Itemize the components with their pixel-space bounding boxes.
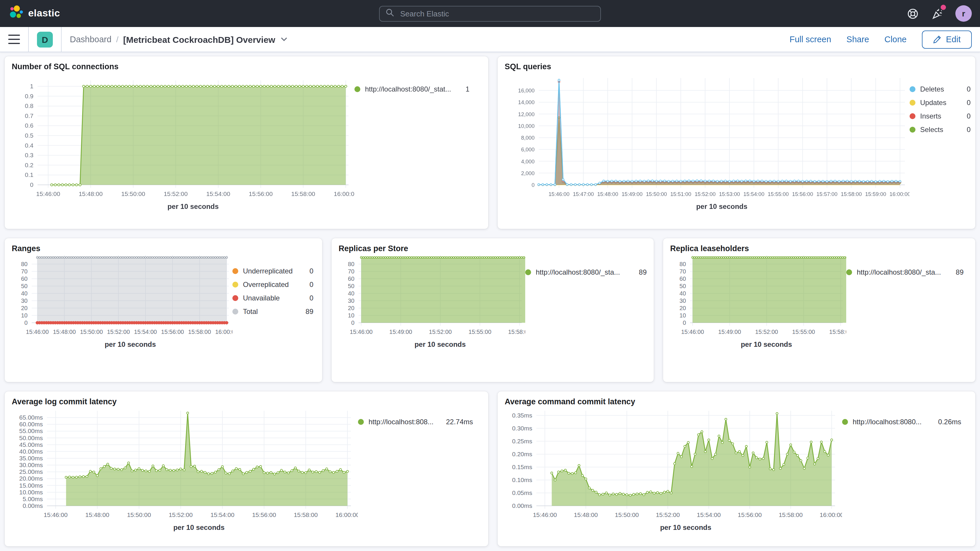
- svg-text:45.00ms: 45.00ms: [19, 441, 43, 448]
- share-button[interactable]: Share: [846, 35, 869, 44]
- svg-text:0.5: 0.5: [25, 132, 33, 139]
- clone-button[interactable]: Clone: [885, 35, 907, 44]
- svg-text:15:58:00: 15:58:00: [508, 329, 525, 335]
- legend-item[interactable]: http://localhost:8080/_sta... 89: [846, 268, 964, 276]
- panel-sql-queries: SQL queries 16,00014,00012,00010,0008,00…: [498, 56, 975, 229]
- chart-average-command-commit-latency[interactable]: 0.35ms0.30ms0.25ms0.20ms0.15ms0.10ms0.05…: [505, 406, 842, 535]
- legend-item[interactable]: Updates 0: [910, 99, 970, 107]
- svg-text:60: 60: [348, 276, 355, 282]
- svg-text:60: 60: [679, 276, 686, 282]
- svg-text:0: 0: [351, 320, 355, 326]
- svg-text:20: 20: [21, 305, 27, 311]
- chart-sql-queries[interactable]: 16,00014,00012,00010,0008,0006,0004,0002…: [505, 71, 910, 214]
- chart-legend: http://localhost:8080/_stat... 1: [355, 71, 469, 93]
- search-input[interactable]: [399, 8, 595, 19]
- svg-text:per 10 seconds: per 10 seconds: [415, 340, 466, 348]
- svg-text:15:52:00: 15:52:00: [169, 511, 193, 518]
- series-dot-icon: [910, 127, 915, 133]
- svg-text:0.1: 0.1: [25, 171, 33, 178]
- svg-text:15:50:00: 15:50:00: [615, 511, 639, 518]
- panel-title[interactable]: SQL queries: [505, 62, 968, 71]
- chart-legend: http://localhost:8080/_sta... 89: [846, 253, 964, 276]
- legend-item[interactable]: Total 89: [232, 307, 313, 316]
- legend-item[interactable]: Selects 0: [910, 126, 970, 134]
- edit-button[interactable]: Edit: [922, 30, 972, 48]
- legend-item[interactable]: Unavailable 0: [232, 294, 313, 302]
- svg-text:15:58:00: 15:58:00: [841, 191, 862, 197]
- panel-title[interactable]: Replica leaseholders: [670, 244, 968, 253]
- svg-text:0.7: 0.7: [25, 112, 33, 119]
- svg-text:70: 70: [348, 268, 355, 275]
- series-dot-icon: [910, 86, 915, 92]
- svg-text:per 10 seconds: per 10 seconds: [167, 202, 219, 210]
- svg-text:80: 80: [679, 261, 686, 267]
- svg-text:15:46:00: 15:46:00: [350, 329, 372, 335]
- elastic-home-link[interactable]: elastic: [8, 5, 60, 22]
- svg-text:0: 0: [532, 182, 535, 188]
- svg-text:15.00ms: 15.00ms: [19, 482, 43, 489]
- chart-replica-leaseholders[interactable]: 8070605040302010015:46:0015:49:0015:52:0…: [670, 253, 846, 352]
- chart-ranges[interactable]: 8070605040302010015:46:0015:48:0015:50:0…: [12, 253, 232, 352]
- chart-legend: http://localhost:808... 22.74ms: [358, 406, 473, 426]
- dashboard-toolbar: D Dashboard / [Metricbeat CockroachDB] O…: [0, 27, 980, 52]
- full-screen-button[interactable]: Full screen: [789, 35, 831, 44]
- svg-text:12,000: 12,000: [518, 111, 535, 117]
- legend-item[interactable]: http://localhost:8080... 0.26ms: [842, 418, 961, 426]
- svg-text:0.8: 0.8: [25, 102, 33, 109]
- series-dot-icon: [232, 282, 238, 288]
- panel-title[interactable]: Ranges: [12, 244, 315, 253]
- svg-text:55.00ms: 55.00ms: [19, 427, 43, 434]
- help-button[interactable]: [906, 7, 919, 20]
- panel-ranges: Ranges 8070605040302010015:46:0015:48:00…: [5, 238, 322, 382]
- panel-number-of-sql-connections: Number of SQL connections 10.90.80.70.60…: [5, 56, 488, 229]
- svg-text:15:58:00: 15:58:00: [188, 329, 211, 335]
- news-button[interactable]: [931, 7, 943, 20]
- chart-average-log-commit-latency[interactable]: 65.00ms60.00ms55.00ms50.00ms45.00ms40.00…: [12, 406, 358, 535]
- breadcrumb-dashboard-link[interactable]: Dashboard: [70, 35, 111, 44]
- legend-item[interactable]: http://localhost:8080/_stat... 1: [355, 85, 469, 93]
- svg-text:per 10 seconds: per 10 seconds: [660, 524, 711, 531]
- legend-item[interactable]: Inserts 0: [910, 112, 970, 120]
- legend-item[interactable]: http://localhost:808... 22.74ms: [358, 418, 473, 426]
- svg-text:10.00ms: 10.00ms: [19, 489, 43, 495]
- chart-number-of-sql-connections[interactable]: 10.90.80.70.60.50.40.30.20.1015:46:0015:…: [12, 71, 355, 214]
- legend-item[interactable]: Underreplicated 0: [232, 267, 313, 275]
- legend-item[interactable]: Deletes 0: [910, 85, 970, 93]
- svg-text:15:50:00: 15:50:00: [121, 190, 145, 197]
- global-search[interactable]: [379, 6, 601, 21]
- divider: [28, 27, 29, 52]
- svg-text:25.00ms: 25.00ms: [19, 468, 43, 475]
- svg-text:0.15ms: 0.15ms: [512, 463, 532, 470]
- panel-title[interactable]: Replicas per Store: [339, 244, 647, 253]
- svg-text:15:52:00: 15:52:00: [107, 329, 130, 335]
- svg-text:15:46:00: 15:46:00: [533, 511, 557, 518]
- legend-item[interactable]: Overreplicated 0: [232, 280, 313, 289]
- svg-text:14,000: 14,000: [518, 99, 535, 105]
- svg-text:15:53:00: 15:53:00: [719, 191, 740, 197]
- svg-text:8,000: 8,000: [521, 135, 535, 141]
- chart-replicas-per-store[interactable]: 8070605040302010015:46:0015:49:0015:52:0…: [339, 253, 525, 352]
- svg-text:35.00ms: 35.00ms: [19, 455, 43, 462]
- menu-button[interactable]: [8, 35, 20, 44]
- user-avatar[interactable]: r: [955, 5, 972, 22]
- title-chevron-icon[interactable]: [280, 37, 288, 41]
- svg-text:60.00ms: 60.00ms: [19, 421, 43, 427]
- elastic-logo-icon: [8, 5, 24, 22]
- svg-text:0.4: 0.4: [25, 142, 34, 149]
- svg-text:10: 10: [348, 312, 355, 318]
- panel-title[interactable]: Average log commit latency: [12, 397, 481, 406]
- page-title[interactable]: [Metricbeat CockroachDB] Overview: [123, 34, 275, 44]
- series-dot-icon: [232, 268, 238, 274]
- panel-title[interactable]: Average command commit latency: [505, 397, 968, 406]
- svg-text:40: 40: [21, 290, 27, 297]
- dashboard-app-badge[interactable]: D: [37, 32, 53, 47]
- svg-text:80: 80: [348, 261, 355, 267]
- svg-text:15:55:00: 15:55:00: [768, 191, 789, 197]
- svg-text:20: 20: [679, 305, 686, 311]
- legend-item[interactable]: http://localhost:8080/_sta... 89: [525, 268, 647, 276]
- svg-text:16:00:00: 16:00:00: [215, 329, 232, 335]
- panel-title[interactable]: Number of SQL connections: [12, 62, 481, 71]
- breadcrumb-separator: /: [116, 35, 119, 44]
- kibana-dashboard-page: elastic: [0, 0, 980, 551]
- svg-text:15:54:00: 15:54:00: [134, 329, 157, 335]
